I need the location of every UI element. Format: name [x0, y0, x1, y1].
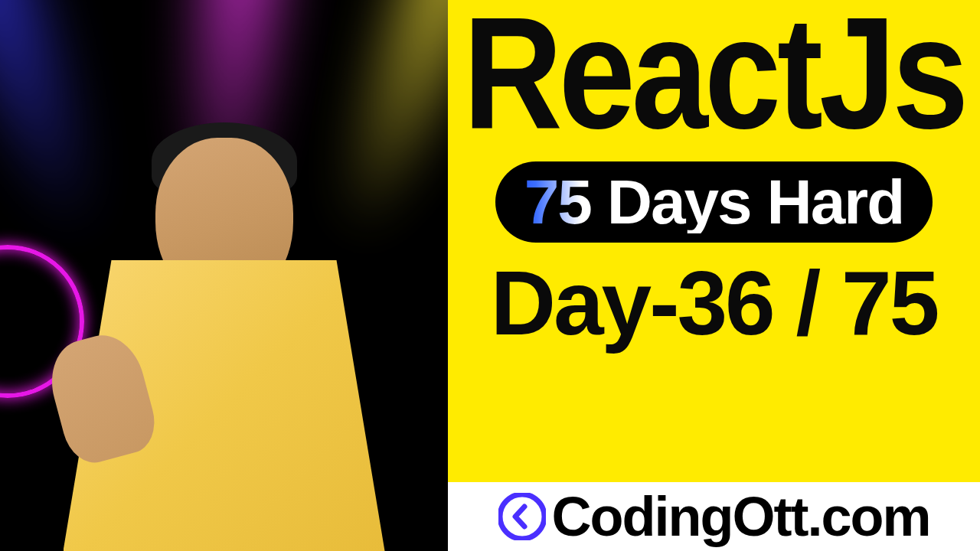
course-title: ReactJs: [463, 0, 965, 148]
challenge-badge-text: 75 Days Hard: [524, 171, 904, 233]
svg-point-0: [500, 494, 544, 539]
brand-name: CodingOtt.com: [552, 485, 930, 548]
presenter-silhouette: [41, 92, 408, 551]
brand-footer: CodingOtt.com: [448, 482, 980, 551]
brand-logo-icon: [498, 493, 546, 540]
challenge-badge: 75 Days Hard: [495, 161, 933, 243]
day-progress-counter: Day-36 / 75: [491, 258, 938, 348]
info-panel: ReactJs 75 Days Hard Day-36 / 75 CodingO…: [448, 0, 980, 551]
presenter-photo-panel: [0, 0, 448, 551]
